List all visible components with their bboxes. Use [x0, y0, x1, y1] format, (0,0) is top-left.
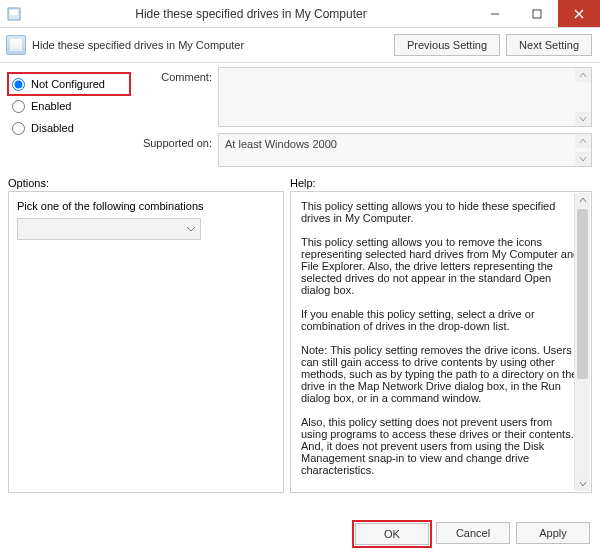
supported-on-value: At least Windows 2000 — [225, 138, 337, 150]
combinations-dropdown[interactable] — [17, 218, 201, 240]
radio-not-configured[interactable]: Not Configured — [8, 73, 130, 95]
scrollbar-thumb[interactable] — [577, 209, 588, 379]
radio-enabled-input[interactable] — [12, 100, 25, 113]
apply-button[interactable]: Apply — [516, 522, 590, 544]
titlebar: Hide these specified drives in My Comput… — [0, 0, 600, 28]
header-row: Hide these specified drives in My Comput… — [0, 28, 600, 63]
previous-setting-button[interactable]: Previous Setting — [394, 34, 500, 56]
close-button[interactable] — [558, 0, 600, 27]
ok-button[interactable]: OK — [355, 523, 429, 545]
help-scrollbar[interactable] — [574, 193, 590, 491]
radio-enabled[interactable]: Enabled — [8, 95, 130, 117]
dialog-footer: OK Cancel Apply — [0, 516, 600, 552]
radio-disabled-input[interactable] — [12, 122, 25, 135]
scroll-down-icon[interactable] — [575, 112, 591, 126]
supported-on-box: At least Windows 2000 — [218, 133, 592, 167]
panel-labels: Options: Help: — [0, 175, 600, 191]
config-area: Not Configured Enabled Disabled Comment:… — [0, 63, 600, 173]
policy-icon — [6, 35, 26, 55]
window-title: Hide these specified drives in My Comput… — [28, 0, 474, 27]
next-setting-button[interactable]: Next Setting — [506, 34, 592, 56]
minimize-button[interactable] — [474, 0, 516, 27]
panels: Pick one of the following combinations T… — [0, 191, 600, 493]
scroll-up-icon[interactable] — [575, 134, 591, 148]
comment-scrollbar[interactable] — [575, 68, 591, 126]
state-radio-group: Not Configured Enabled Disabled — [8, 67, 130, 167]
radio-not-configured-input[interactable] — [12, 78, 25, 91]
radio-label: Disabled — [31, 122, 74, 134]
policy-title: Hide these specified drives in My Comput… — [32, 39, 394, 51]
chevron-down-icon — [186, 226, 196, 232]
scroll-down-icon[interactable] — [575, 477, 590, 491]
supported-label: Supported on: — [130, 133, 218, 167]
svg-rect-1 — [10, 10, 18, 15]
options-section-label: Options: — [8, 177, 290, 189]
help-section-label: Help: — [290, 177, 316, 189]
comment-label: Comment: — [130, 67, 218, 127]
scroll-up-icon[interactable] — [575, 68, 591, 82]
options-panel: Pick one of the following combinations — [8, 191, 284, 493]
ok-highlight: OK — [354, 522, 430, 546]
comment-textarea[interactable] — [218, 67, 592, 127]
radio-label: Not Configured — [31, 78, 105, 90]
help-paragraph: This policy setting allows you to remove… — [301, 236, 581, 296]
help-paragraph: This policy setting allows you to hide t… — [301, 200, 581, 224]
scrollbar-track[interactable] — [575, 207, 590, 477]
options-instruction: Pick one of the following combinations — [17, 200, 275, 212]
app-icon — [0, 0, 28, 27]
help-paragraph: Note: This policy setting removes the dr… — [301, 344, 581, 404]
radio-disabled[interactable]: Disabled — [8, 117, 130, 139]
radio-label: Enabled — [31, 100, 71, 112]
maximize-button[interactable] — [516, 0, 558, 27]
svg-rect-3 — [533, 10, 541, 18]
help-panel: This policy setting allows you to hide t… — [290, 191, 592, 493]
supported-scrollbar[interactable] — [575, 134, 591, 166]
help-paragraph: If you enable this policy setting, selec… — [301, 308, 581, 332]
cancel-button[interactable]: Cancel — [436, 522, 510, 544]
help-paragraph: Also, this policy setting does not preve… — [301, 416, 581, 476]
scroll-down-icon[interactable] — [575, 152, 591, 166]
window-controls — [474, 0, 600, 27]
scroll-up-icon[interactable] — [575, 193, 590, 207]
